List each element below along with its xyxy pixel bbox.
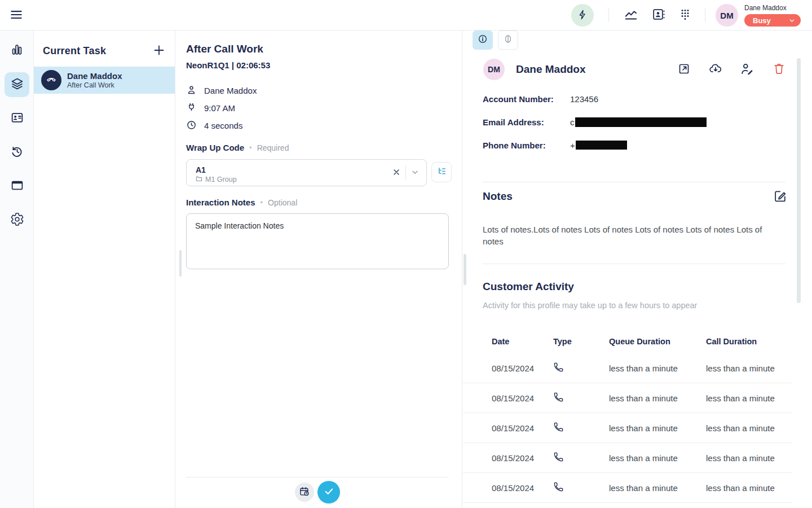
open-dropdown-button[interactable] <box>406 164 424 182</box>
tab-profile-info[interactable] <box>473 30 493 50</box>
edit-icon <box>773 189 787 205</box>
nav-settings[interactable] <box>5 208 29 233</box>
queue-duration: less than a minute <box>609 453 706 463</box>
phone-icon <box>553 362 609 374</box>
column-header-queue-duration: Queue Duration <box>609 337 706 346</box>
info-icon <box>477 33 488 47</box>
wrap-up-code-label: Wrap Up Code <box>186 143 244 152</box>
status-label: Busy <box>753 16 771 25</box>
detail-contact-name: Dane Maddox <box>204 86 257 95</box>
top-bar: DM Dane Maddox Busy <box>0 0 812 30</box>
task-list-item[interactable]: Dane Maddox After Call Work <box>34 67 175 94</box>
lightning-icon <box>577 9 588 22</box>
download-profile-button[interactable] <box>708 62 723 77</box>
wrap-up-code-value: A1 <box>196 165 387 175</box>
plus-icon <box>152 43 166 59</box>
delete-profile-button[interactable] <box>771 62 786 77</box>
history-icon <box>10 144 24 161</box>
open-profile-button[interactable] <box>677 62 691 77</box>
tree-view-icon <box>436 166 447 179</box>
dialpad-icon <box>678 8 692 23</box>
scrollbar-thumb[interactable] <box>179 250 182 277</box>
tab-insights[interactable] <box>498 30 518 50</box>
nav-dashboard[interactable] <box>5 38 29 63</box>
nav-tasks[interactable] <box>5 72 29 97</box>
edit-notes-button[interactable] <box>773 190 787 204</box>
trash-icon <box>773 62 785 77</box>
window-icon <box>10 178 24 195</box>
phone-icon <box>553 422 609 434</box>
table-row[interactable]: 08/15/2024 less than a minute less than … <box>463 353 792 383</box>
phone-icon <box>553 392 609 404</box>
column-header-date: Date <box>492 337 553 346</box>
notes-text: Lots of notes.Lots of notes Lots of note… <box>483 224 778 247</box>
cloud-download-icon <box>708 62 723 78</box>
schedule-button[interactable] <box>295 483 314 502</box>
current-task-title: Current Task <box>43 45 106 57</box>
section-divider <box>483 264 785 264</box>
chevron-down-icon <box>788 17 796 24</box>
person-edit-icon <box>740 62 754 78</box>
activity-date: 08/15/2024 <box>492 423 553 433</box>
bullet: • <box>261 198 263 207</box>
task-status: After Call Work <box>67 81 122 90</box>
open-in-new-icon <box>677 62 691 77</box>
clear-selection-button[interactable] <box>387 164 405 182</box>
interaction-notes-textarea[interactable]: Sample Interaction Notes <box>186 213 449 269</box>
table-row[interactable]: 08/15/2024 less than a minute less than … <box>463 473 792 503</box>
task-duration: 4 seconds <box>204 121 242 130</box>
contact-book-icon <box>651 7 665 23</box>
edit-contact-button[interactable] <box>740 62 754 77</box>
scrollbar-thumb[interactable] <box>464 254 466 285</box>
gear-icon <box>10 212 24 229</box>
queue-and-timer: NeonR1Q1 | 02:06:53 <box>186 60 270 70</box>
tree-view-button[interactable] <box>431 162 452 182</box>
call-duration: less than a minute <box>706 483 792 493</box>
phone-icon <box>553 452 609 464</box>
hamburger-icon <box>9 7 24 24</box>
activity-date: 08/15/2024 <box>492 483 553 493</box>
status-dropdown[interactable]: Busy <box>744 14 801 27</box>
account-number-value: 123456 <box>570 94 598 104</box>
topbar-right-cluster: DM Dane Maddox Busy <box>571 0 812 30</box>
layers-icon <box>10 77 24 93</box>
profile-avatar: DM <box>483 59 505 80</box>
quick-actions-button[interactable] <box>571 4 594 27</box>
topbar-divider <box>608 8 609 22</box>
nav-history[interactable] <box>5 140 29 165</box>
task-detail-panel: After Call Work NeonR1Q1 | 02:06:53 Dane… <box>175 30 462 508</box>
table-row[interactable]: 08/15/2024 less than a minute less than … <box>463 443 792 473</box>
person-icon <box>186 85 197 97</box>
phone-icon <box>553 481 609 494</box>
column-header-type: Type <box>553 337 609 346</box>
app-window: DM Dane Maddox Busy <box>0 0 812 508</box>
footer-divider <box>186 477 449 478</box>
scrollbar-thumb[interactable] <box>797 58 801 303</box>
nav-browser[interactable] <box>5 174 29 199</box>
table-row[interactable]: 08/15/2024 less than a minute less than … <box>463 383 792 413</box>
close-icon <box>392 168 401 178</box>
calendar-clock-icon <box>299 486 310 499</box>
analytics-button[interactable] <box>624 8 638 23</box>
nav-contacts[interactable] <box>5 106 29 131</box>
dialpad-button[interactable] <box>678 8 692 23</box>
menu-button[interactable] <box>8 7 25 23</box>
queue-duration: less than a minute <box>609 393 706 403</box>
phone-value: + <box>570 141 575 150</box>
table-row[interactable]: 08/15/2024 less than a minute less than … <box>463 413 792 443</box>
queue-duration: less than a minute <box>609 364 706 373</box>
email-label: Email Address: <box>483 117 570 127</box>
user-avatar[interactable]: DM <box>716 4 738 27</box>
activity-date: 08/15/2024 <box>492 393 553 403</box>
activity-date: 08/15/2024 <box>492 453 553 463</box>
wrap-up-code-select[interactable]: A1 M1 Group <box>186 159 427 186</box>
add-task-button[interactable] <box>152 44 166 58</box>
complete-task-button[interactable] <box>317 481 340 503</box>
contacts-button[interactable] <box>651 8 665 23</box>
call-duration: less than a minute <box>706 393 792 403</box>
contact-card-icon <box>10 111 24 127</box>
customer-activity-title: Customer Activity <box>483 281 574 293</box>
queue-duration: less than a minute <box>609 483 706 493</box>
section-divider <box>483 182 785 182</box>
topbar-divider <box>705 8 705 22</box>
